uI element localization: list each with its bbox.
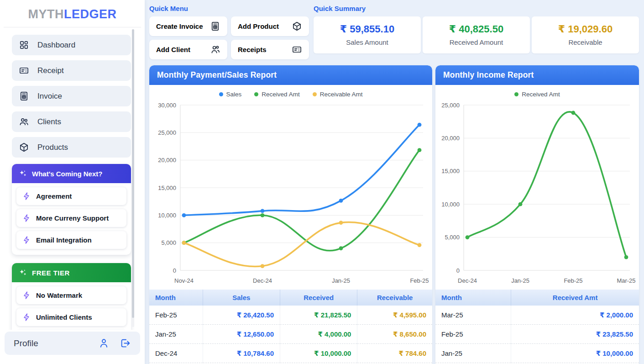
legend-label: Received Amt [262,91,299,98]
legend-item-receivable-amt[interactable]: Receivable Amt [313,91,363,98]
sidebar-item-label: Clients [37,117,61,127]
svg-text:5,000: 5,000 [161,239,176,246]
svg-text:Dec-24: Dec-24 [458,277,477,284]
legend-dot [514,92,518,96]
logout-icon[interactable] [120,338,131,349]
svg-text:Jan-25: Jan-25 [511,277,529,284]
legend-dot [313,92,317,96]
profile-bar[interactable]: Profile [5,332,140,355]
receipts-button[interactable]: Receipts [231,40,309,59]
invoice-icon [210,21,220,32]
sparkles-icon [18,169,27,178]
person-icon[interactable] [98,338,110,349]
month-cell: Jan-25 [149,325,203,344]
svg-text:10,000: 10,000 [158,212,176,219]
legend-item-received-amt[interactable]: Received Amt [514,91,560,98]
create-invoice-button[interactable]: Create Invoice [149,16,227,36]
app-root: MYTHLEDGER DashboardReceiptInvoiceClient… [0,0,644,364]
add-client-button[interactable]: Add Client [149,40,227,59]
svg-text:0: 0 [173,267,176,274]
report-table: MonthSalesReceivedReceivableFeb-25₹ 26,4… [149,290,432,363]
sidebar-item-label: Invoice [37,92,62,101]
amount-cell: ₹ 10,000.00 [511,344,639,363]
coming-next-item: Agreement [16,187,126,205]
svg-text:20,000: 20,000 [158,157,176,164]
sidebar-scrollbar[interactable] [132,29,134,327]
summary-label: Sales Amount [316,38,418,46]
sidebar-item-products[interactable]: Products [12,137,131,158]
legend-dot [254,92,258,96]
svg-text:15,000: 15,000 [441,168,460,174]
legend-label: Received Amt [522,91,560,98]
clients-icon [19,116,29,127]
legend-item-received-amt[interactable]: Received Amt [254,91,299,98]
svg-text:Mar-25: Mar-25 [617,277,635,284]
app-logo: MYTHLEDGER [0,0,145,27]
quick-menu-section: Quick Menu Create InvoiceAdd ProductAdd … [149,5,309,59]
bolt-icon [22,214,31,222]
receipt-icon [292,44,302,55]
income-report-panel: Monthly Income ReportReceived Amt05,0001… [435,65,639,364]
logo-text-ledger: LEDGER [64,7,117,21]
summary-label: Receivable [534,38,636,46]
amount-cell: ₹ 10,784.60 [203,344,280,363]
products-icon [19,142,29,153]
sidebar-item-label: Receipt [37,66,64,75]
table-header: Received Amt [511,290,639,306]
sidebar-item-dashboard[interactable]: Dashboard [12,35,131,55]
button-label: Receipts [238,46,267,53]
add-product-button[interactable]: Add Product [231,16,309,36]
sidebar-item-receipt[interactable]: Receipt [12,60,131,81]
bolt-icon [22,313,31,322]
month-cell: Feb-25 [149,306,203,325]
legend-item-sales[interactable]: Sales [219,91,242,98]
table-row: Mar-25₹ 2,000.00 [435,306,639,325]
report-table: MonthReceived AmtMar-25₹ 2,000.00Feb-25₹… [435,290,639,363]
table-header: Month [435,290,511,306]
button-label: Add Client [156,46,190,53]
amount-cell: ₹ 26,420.50 [203,306,280,325]
coming-next-header: What's Coming Next? [12,164,131,183]
free-tier-title: FREE TIER [32,269,70,277]
amount-cell: ₹ 784.60 [357,344,432,363]
coming-next-item: More Curreny Support [16,209,126,227]
free-tier-section: FREE TIER No WatermarkUnlimited ClientsU… [12,263,131,330]
sidebar: MYTHLEDGER DashboardReceiptInvoiceClient… [0,0,145,364]
summary-label: Received Amount [425,38,527,46]
sidebar-item-label: Products [37,143,68,152]
table-header: Receivable [357,290,432,306]
sidebar-item-label: Dashboard [37,41,75,50]
coming-next-item-label: Agreement [36,192,72,200]
sidebar-scrollbar-thumb[interactable] [132,29,134,318]
add-client-icon [210,44,220,55]
dashboard-icon [19,40,29,50]
svg-text:5,000: 5,000 [445,234,460,241]
amount-cell: ₹ 8,650.00 [357,325,432,344]
svg-text:Jan-25: Jan-25 [332,277,350,284]
svg-text:0: 0 [456,267,460,274]
main-content: Quick Menu Create InvoiceAdd ProductAdd … [145,0,644,364]
chart-area: 05,00010,00015,00020,00025,00030,000Nov-… [149,99,432,288]
chart-area: 05,00010,00015,00020,00025,000Dec-24Jan-… [435,99,639,288]
svg-text:Nov-24: Nov-24 [174,277,194,284]
quick-menu-title: Quick Menu [149,5,309,12]
svg-text:15,000: 15,000 [158,185,176,191]
sidebar-item-invoice[interactable]: Invoice [12,86,131,106]
table-row: Dec-24₹ 10,784.60₹ 10,000.00₹ 784.60 [149,344,432,363]
table-row: Jan-25₹ 12,650.00₹ 4,000.00₹ 8,650.00 [149,325,432,344]
svg-text:30,000: 30,000 [158,102,176,109]
quick-summary-section: Quick Summary ₹ 59,855.10Sales Amount₹ 4… [314,5,639,59]
amount-cell: ₹ 2,000.00 [511,306,639,325]
legend-label: Sales [226,91,242,98]
free-tier-item-label: Unlimited Clients [36,313,92,321]
svg-text:Feb-25: Feb-25 [410,277,429,284]
svg-text:25,000: 25,000 [441,102,460,109]
receipt-icon [19,65,29,76]
coming-next-item: Email Integration [16,231,126,249]
svg-text:10,000: 10,000 [441,201,460,208]
month-cell: Jan-25 [435,344,511,363]
profile-label: Profile [14,338,38,348]
chart-legend: SalesReceived AmtReceivable Amt [149,85,432,99]
sidebar-item-clients[interactable]: Clients [12,111,131,132]
amount-cell: ₹ 23,825.50 [511,325,639,344]
